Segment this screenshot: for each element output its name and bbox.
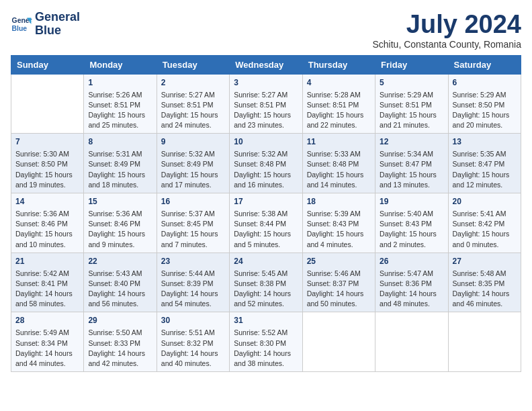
day-number: 5 <box>380 77 443 89</box>
title-block: July 2024 Schitu, Constanta County, Roma… <box>372 11 521 50</box>
calendar-cell: 20Sunrise: 5:41 AM Sunset: 8:42 PM Dayli… <box>448 193 521 253</box>
day-number: 10 <box>234 136 298 148</box>
day-number: 24 <box>234 256 298 267</box>
day-number: 7 <box>15 136 79 148</box>
calendar-cell <box>302 312 375 372</box>
day-info: Sunrise: 5:26 AM Sunset: 8:51 PM Dayligh… <box>88 90 152 131</box>
day-number: 28 <box>15 315 79 326</box>
calendar-cell: 7Sunrise: 5:30 AM Sunset: 8:50 PM Daylig… <box>11 134 84 193</box>
calendar-cell <box>11 74 84 134</box>
day-number: 16 <box>161 196 225 208</box>
day-info: Sunrise: 5:47 AM Sunset: 8:36 PM Dayligh… <box>380 269 443 310</box>
calendar-cell: 17Sunrise: 5:38 AM Sunset: 8:44 PM Dayli… <box>230 193 302 253</box>
calendar-cell: 18Sunrise: 5:39 AM Sunset: 8:43 PM Dayli… <box>302 193 375 253</box>
calendar-cell: 28Sunrise: 5:49 AM Sunset: 8:34 PM Dayli… <box>11 312 84 372</box>
day-info: Sunrise: 5:45 AM Sunset: 8:38 PM Dayligh… <box>234 269 298 310</box>
day-number: 14 <box>15 196 79 208</box>
day-number: 23 <box>161 256 225 267</box>
day-info: Sunrise: 5:29 AM Sunset: 8:51 PM Dayligh… <box>380 90 443 131</box>
calendar-cell: 29Sunrise: 5:50 AM Sunset: 8:33 PM Dayli… <box>84 312 157 372</box>
calendar-cell: 27Sunrise: 5:48 AM Sunset: 8:35 PM Dayli… <box>448 253 521 312</box>
day-info: Sunrise: 5:49 AM Sunset: 8:34 PM Dayligh… <box>15 328 79 369</box>
calendar-week-row: 7Sunrise: 5:30 AM Sunset: 8:50 PM Daylig… <box>11 134 521 193</box>
svg-text:Blue: Blue <box>12 24 28 32</box>
calendar-cell: 5Sunrise: 5:29 AM Sunset: 8:51 PM Daylig… <box>375 74 448 134</box>
day-info: Sunrise: 5:42 AM Sunset: 8:41 PM Dayligh… <box>15 269 79 310</box>
calendar-cell: 21Sunrise: 5:42 AM Sunset: 8:41 PM Dayli… <box>11 253 84 312</box>
day-number: 8 <box>88 136 152 148</box>
day-number: 27 <box>453 256 517 267</box>
day-number: 6 <box>453 77 517 89</box>
weekday-header: Wednesday <box>230 55 302 74</box>
day-info: Sunrise: 5:40 AM Sunset: 8:43 PM Dayligh… <box>380 209 443 250</box>
day-number: 20 <box>453 196 517 208</box>
day-number: 4 <box>307 77 371 89</box>
day-number: 25 <box>307 256 371 267</box>
day-number: 22 <box>88 256 152 267</box>
day-info: Sunrise: 5:41 AM Sunset: 8:42 PM Dayligh… <box>453 209 517 250</box>
day-number: 1 <box>88 77 152 89</box>
calendar-cell <box>448 312 521 372</box>
day-info: Sunrise: 5:35 AM Sunset: 8:47 PM Dayligh… <box>453 149 517 190</box>
calendar-week-row: 1Sunrise: 5:26 AM Sunset: 8:51 PM Daylig… <box>11 74 521 134</box>
day-info: Sunrise: 5:30 AM Sunset: 8:50 PM Dayligh… <box>15 149 79 190</box>
day-info: Sunrise: 5:27 AM Sunset: 8:51 PM Dayligh… <box>234 90 298 131</box>
calendar-cell: 4Sunrise: 5:28 AM Sunset: 8:51 PM Daylig… <box>302 74 375 134</box>
calendar-cell: 15Sunrise: 5:36 AM Sunset: 8:46 PM Dayli… <box>84 193 157 253</box>
calendar-cell: 2Sunrise: 5:27 AM Sunset: 8:51 PM Daylig… <box>157 74 229 134</box>
calendar-cell: 10Sunrise: 5:32 AM Sunset: 8:48 PM Dayli… <box>230 134 302 193</box>
weekday-header: Thursday <box>302 55 375 74</box>
calendar-cell: 3Sunrise: 5:27 AM Sunset: 8:51 PM Daylig… <box>230 74 302 134</box>
page-header: General Blue General Blue July 2024 Schi… <box>11 11 521 50</box>
calendar-week-row: 28Sunrise: 5:49 AM Sunset: 8:34 PM Dayli… <box>11 312 521 372</box>
calendar-cell: 6Sunrise: 5:29 AM Sunset: 8:50 PM Daylig… <box>448 74 521 134</box>
day-info: Sunrise: 5:31 AM Sunset: 8:49 PM Dayligh… <box>88 149 152 190</box>
logo-icon: General Blue <box>11 13 32 35</box>
month-title: July 2024 <box>372 11 521 39</box>
day-info: Sunrise: 5:52 AM Sunset: 8:30 PM Dayligh… <box>234 328 298 369</box>
day-number: 17 <box>234 196 298 208</box>
location-subtitle: Schitu, Constanta County, Romania <box>372 39 521 50</box>
calendar-week-row: 21Sunrise: 5:42 AM Sunset: 8:41 PM Dayli… <box>11 253 521 312</box>
day-info: Sunrise: 5:34 AM Sunset: 8:47 PM Dayligh… <box>380 149 443 190</box>
weekday-header-row: SundayMondayTuesdayWednesdayThursdayFrid… <box>11 55 521 74</box>
calendar-cell: 30Sunrise: 5:51 AM Sunset: 8:32 PM Dayli… <box>157 312 229 372</box>
calendar-cell: 9Sunrise: 5:32 AM Sunset: 8:49 PM Daylig… <box>157 134 229 193</box>
day-info: Sunrise: 5:38 AM Sunset: 8:44 PM Dayligh… <box>234 209 298 250</box>
weekday-header: Tuesday <box>157 55 229 74</box>
calendar-cell: 12Sunrise: 5:34 AM Sunset: 8:47 PM Dayli… <box>375 134 448 193</box>
calendar-cell: 23Sunrise: 5:44 AM Sunset: 8:39 PM Dayli… <box>157 253 229 312</box>
day-number: 18 <box>307 196 371 208</box>
day-info: Sunrise: 5:48 AM Sunset: 8:35 PM Dayligh… <box>453 269 517 310</box>
calendar-cell: 8Sunrise: 5:31 AM Sunset: 8:49 PM Daylig… <box>84 134 157 193</box>
calendar-cell: 16Sunrise: 5:37 AM Sunset: 8:45 PM Dayli… <box>157 193 229 253</box>
day-number: 30 <box>161 315 225 326</box>
day-info: Sunrise: 5:39 AM Sunset: 8:43 PM Dayligh… <box>307 209 371 250</box>
weekday-header: Saturday <box>448 55 521 74</box>
day-info: Sunrise: 5:36 AM Sunset: 8:46 PM Dayligh… <box>15 209 79 250</box>
day-number: 2 <box>161 77 225 89</box>
calendar-cell: 11Sunrise: 5:33 AM Sunset: 8:48 PM Dayli… <box>302 134 375 193</box>
day-number: 26 <box>380 256 443 267</box>
calendar-cell: 13Sunrise: 5:35 AM Sunset: 8:47 PM Dayli… <box>448 134 521 193</box>
day-info: Sunrise: 5:50 AM Sunset: 8:33 PM Dayligh… <box>88 328 152 369</box>
calendar-cell: 24Sunrise: 5:45 AM Sunset: 8:38 PM Dayli… <box>230 253 302 312</box>
day-info: Sunrise: 5:37 AM Sunset: 8:45 PM Dayligh… <box>161 209 225 250</box>
day-number: 15 <box>88 196 152 208</box>
day-info: Sunrise: 5:43 AM Sunset: 8:40 PM Dayligh… <box>88 269 152 310</box>
weekday-header: Monday <box>84 55 157 74</box>
weekday-header: Sunday <box>11 55 84 74</box>
logo: General Blue General Blue <box>11 11 80 38</box>
day-number: 31 <box>234 315 298 326</box>
calendar-cell: 1Sunrise: 5:26 AM Sunset: 8:51 PM Daylig… <box>84 74 157 134</box>
calendar-cell: 25Sunrise: 5:46 AM Sunset: 8:37 PM Dayli… <box>302 253 375 312</box>
calendar-cell: 19Sunrise: 5:40 AM Sunset: 8:43 PM Dayli… <box>375 193 448 253</box>
logo-text: General Blue <box>35 11 80 38</box>
weekday-header: Friday <box>375 55 448 74</box>
calendar-cell <box>375 312 448 372</box>
calendar-week-row: 14Sunrise: 5:36 AM Sunset: 8:46 PM Dayli… <box>11 193 521 253</box>
day-info: Sunrise: 5:29 AM Sunset: 8:50 PM Dayligh… <box>453 90 517 131</box>
day-info: Sunrise: 5:44 AM Sunset: 8:39 PM Dayligh… <box>161 269 225 310</box>
day-number: 3 <box>234 77 298 89</box>
day-info: Sunrise: 5:28 AM Sunset: 8:51 PM Dayligh… <box>307 90 371 131</box>
